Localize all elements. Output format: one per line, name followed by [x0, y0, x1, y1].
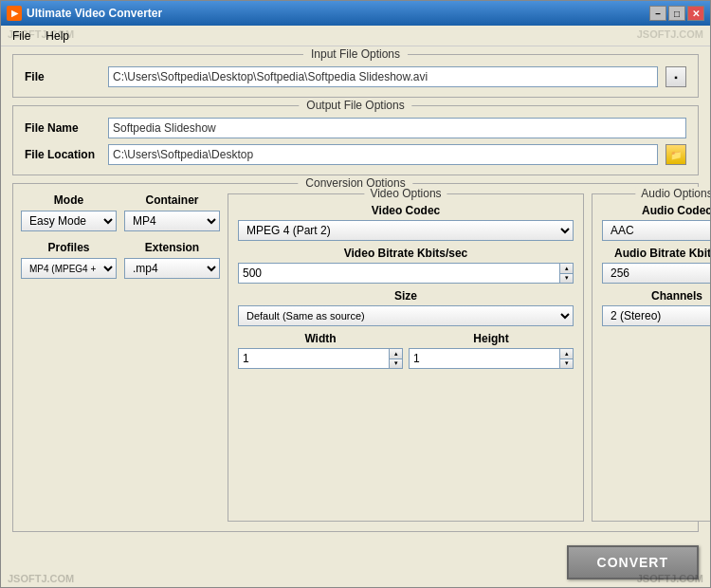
width-label: Width: [304, 332, 336, 345]
size-label: Size: [238, 289, 574, 303]
channels-field: Channels 2 (Stereo): [602, 289, 710, 326]
height-down-button[interactable]: ▾: [560, 359, 573, 369]
filename-label: File Name: [25, 121, 100, 135]
browse-icon: ▪: [674, 72, 678, 83]
height-spin-buttons: ▴ ▾: [559, 349, 573, 368]
location-label: File Location: [25, 148, 100, 161]
audio-codec-label: Audio Codec: [602, 204, 710, 217]
width-spin-buttons: ▴ ▾: [389, 349, 402, 368]
main-window: ▶ Ultimate Video Converter – □ ✕ File He…: [0, 0, 711, 588]
video-content: Video Codec MPEG 4 (Part 2) Video Bitrat…: [238, 204, 574, 369]
mode-container-row: Mode Easy Mode Container MP4: [21, 193, 220, 231]
width-input[interactable]: [239, 349, 389, 368]
video-codec-select[interactable]: MPEG 4 (Part 2): [238, 220, 574, 241]
audio-bitrate-label: Audio Bitrate Kbits/sec: [602, 247, 710, 260]
video-bitrate-label: Video Bitrate Kbits/sec: [238, 247, 574, 260]
mode-label: Mode: [54, 193, 83, 207]
audio-options-panel: Audio Options Audio Codec AAC Audio Bitr…: [592, 193, 710, 522]
bitrate-up-button[interactable]: ▴: [560, 264, 573, 274]
audio-content: Audio Codec AAC Audio Bitrate Kbits/sec …: [602, 204, 710, 326]
extension-label: Extension: [145, 241, 199, 254]
location-row: File Location 📁: [25, 144, 686, 165]
audio-options-title: Audio Options: [635, 187, 710, 200]
profiles-label: Profiles: [47, 241, 89, 254]
folder-icon: 📁: [670, 150, 682, 160]
size-field: Size Default (Same as source): [238, 289, 574, 326]
channels-label: Channels: [602, 289, 710, 303]
video-codec-label: Video Codec: [238, 204, 574, 217]
height-up-button[interactable]: ▴: [560, 349, 573, 359]
left-panel: Mode Easy Mode Container MP4: [21, 193, 220, 522]
menu-bar: File Help: [1, 26, 710, 46]
file-input[interactable]: [108, 66, 658, 87]
container-field: Container MP4: [124, 193, 220, 231]
bitrate-down-button[interactable]: ▾: [560, 274, 573, 284]
extension-select[interactable]: .mp4: [124, 258, 220, 279]
output-file-section: Output File Options File Name File Locat…: [12, 105, 699, 175]
channels-select[interactable]: 2 (Stereo): [602, 305, 710, 326]
width-up-button[interactable]: ▴: [390, 349, 402, 359]
width-down-button[interactable]: ▾: [390, 359, 402, 369]
video-codec-field: Video Codec MPEG 4 (Part 2): [238, 204, 574, 241]
bottom-bar: CONVERT: [1, 540, 710, 587]
close-button[interactable]: ✕: [687, 6, 704, 21]
app-icon: ▶: [7, 6, 22, 21]
title-bar-left: ▶ Ultimate Video Converter: [7, 6, 162, 21]
video-options-title: Video Options: [364, 187, 447, 200]
filename-row: File Name: [25, 118, 686, 138]
file-browse-button[interactable]: ▪: [665, 66, 686, 87]
file-label: File: [25, 70, 100, 83]
mode-field: Mode Easy Mode: [21, 193, 117, 231]
width-spinbox: ▴ ▾: [238, 348, 403, 369]
conversion-inner: Mode Easy Mode Container MP4: [21, 193, 690, 522]
content-area: Input File Options File ▪ Output File Op…: [1, 46, 710, 540]
menu-file[interactable]: File: [5, 28, 38, 45]
title-bar: ▶ Ultimate Video Converter – □ ✕: [1, 1, 710, 26]
conversion-section: Conversion Options Mode Easy Mode Contai…: [12, 183, 699, 532]
video-options-panel: Video Options Video Codec MPEG 4 (Part 2…: [228, 193, 584, 522]
menu-help[interactable]: Help: [38, 28, 77, 45]
audio-codec-select[interactable]: AAC: [602, 220, 710, 241]
width-height-row: Width ▴ ▾ Height: [238, 332, 574, 369]
extension-field: Extension .mp4: [124, 241, 220, 279]
output-file-title: Output File Options: [299, 99, 411, 112]
input-file-section: Input File Options File ▪: [12, 54, 699, 98]
bitrate-input[interactable]: [239, 264, 559, 283]
bitrate-spinbox: ▴ ▾: [238, 263, 574, 284]
input-file-title: Input File Options: [303, 47, 408, 61]
window-title: Ultimate Video Converter: [27, 7, 162, 20]
profiles-extension-row: Profiles MP4 (MPEG4 + AAC) Extension .mp…: [21, 241, 220, 279]
video-bitrate-field: Video Bitrate Kbits/sec ▴ ▾: [238, 247, 574, 284]
profiles-select[interactable]: MP4 (MPEG4 + AAC): [21, 258, 117, 279]
location-input[interactable]: [108, 144, 658, 165]
container-label: Container: [145, 193, 198, 207]
height-input[interactable]: [410, 349, 559, 368]
filename-input[interactable]: [108, 118, 686, 138]
mode-select[interactable]: Easy Mode: [21, 211, 117, 231]
maximize-button[interactable]: □: [668, 6, 685, 21]
bitrate-spin-buttons: ▴ ▾: [559, 264, 573, 283]
minimize-button[interactable]: –: [649, 6, 666, 21]
width-col: Width ▴ ▾: [238, 332, 403, 369]
audio-codec-field: Audio Codec AAC: [602, 204, 710, 241]
file-row: File ▪: [25, 66, 686, 87]
location-browse-button[interactable]: 📁: [665, 144, 686, 165]
size-select[interactable]: Default (Same as source): [238, 305, 574, 326]
audio-bitrate-field: Audio Bitrate Kbits/sec 256: [602, 247, 710, 284]
container-select[interactable]: MP4: [124, 211, 220, 231]
profiles-field: Profiles MP4 (MPEG4 + AAC): [21, 241, 117, 279]
height-col: Height ▴ ▾: [409, 332, 574, 369]
audio-bitrate-select[interactable]: 256: [602, 263, 710, 284]
title-controls: – □ ✕: [649, 6, 704, 21]
height-spinbox: ▴ ▾: [409, 348, 574, 369]
convert-button[interactable]: CONVERT: [567, 545, 699, 579]
height-label: Height: [473, 332, 508, 345]
